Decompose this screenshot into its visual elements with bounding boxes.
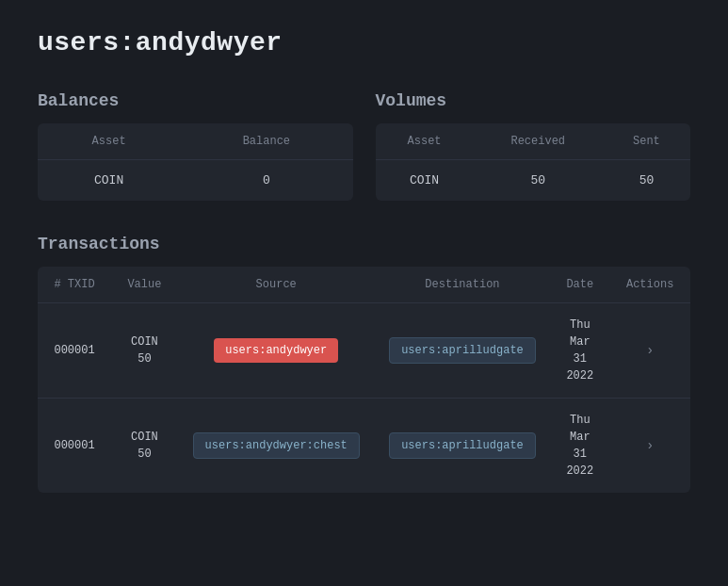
balances-section: Balances Asset Balance COIN 0 bbox=[38, 91, 353, 201]
page-title: users:andydwyer bbox=[38, 28, 690, 57]
table-row: COIN 50 50 bbox=[376, 160, 691, 202]
tx-date: ThuMar312022 bbox=[550, 399, 609, 494]
volumes-table: Asset Received Sent COIN 50 50 bbox=[376, 123, 691, 201]
tx-col-source: Source bbox=[178, 267, 375, 303]
volumes-col-asset: Asset bbox=[376, 123, 474, 160]
tx-value: COIN50 bbox=[111, 399, 178, 494]
action-chevron[interactable]: › bbox=[646, 438, 654, 453]
sections-row: Balances Asset Balance COIN 0 Volumes As… bbox=[38, 91, 690, 201]
volumes-title: Volumes bbox=[376, 91, 691, 110]
balances-col-asset: Asset bbox=[38, 123, 180, 160]
volume-asset: COIN bbox=[376, 160, 474, 202]
volumes-col-sent: Sent bbox=[603, 123, 690, 160]
destination-badge[interactable]: users:aprilludgate bbox=[389, 432, 536, 459]
tx-destination: users:aprilludgate bbox=[375, 399, 551, 494]
volumes-section: Volumes Asset Received Sent COIN 50 50 bbox=[376, 91, 691, 201]
tx-actions: › bbox=[609, 399, 690, 494]
transactions-table: # TXID Value Source Destination Date Act… bbox=[38, 267, 690, 493]
action-chevron[interactable]: › bbox=[646, 343, 654, 358]
tx-txid: 000001 bbox=[38, 399, 111, 494]
tx-actions: › bbox=[609, 303, 690, 399]
transactions-title: Transactions bbox=[38, 235, 690, 253]
table-row: 000001 COIN50 users:andydwyer users:apri… bbox=[38, 303, 690, 399]
tx-col-actions: Actions bbox=[609, 267, 690, 303]
balances-table: Asset Balance COIN 0 bbox=[38, 123, 353, 201]
table-row: COIN 0 bbox=[38, 160, 353, 202]
tx-txid: 000001 bbox=[38, 303, 111, 399]
source-badge[interactable]: users:andydwyer bbox=[214, 338, 338, 363]
balance-asset: COIN bbox=[38, 160, 180, 202]
tx-col-destination: Destination bbox=[375, 267, 551, 303]
tx-col-value: Value bbox=[111, 267, 178, 303]
tx-source: users:andydwyer:chest bbox=[178, 399, 375, 494]
source-badge[interactable]: users:andydwyer:chest bbox=[193, 432, 360, 459]
tx-col-date: Date bbox=[550, 267, 609, 303]
balance-value: 0 bbox=[180, 160, 352, 202]
tx-date: ThuMar312022 bbox=[550, 303, 609, 399]
tx-col-txid: # TXID bbox=[38, 267, 111, 303]
volume-sent: 50 bbox=[603, 160, 690, 202]
transactions-section: Transactions # TXID Value Source Destina… bbox=[38, 235, 690, 493]
balances-col-balance: Balance bbox=[180, 123, 352, 160]
destination-badge[interactable]: users:aprilludgate bbox=[389, 337, 536, 364]
tx-destination: users:aprilludgate bbox=[375, 303, 551, 399]
balances-title: Balances bbox=[38, 91, 353, 110]
tx-source: users:andydwyer bbox=[178, 303, 375, 399]
volume-received: 50 bbox=[474, 160, 603, 202]
tx-value: COIN50 bbox=[111, 303, 178, 399]
volumes-col-received: Received bbox=[474, 123, 603, 160]
table-row: 000001 COIN50 users:andydwyer:chest user… bbox=[38, 399, 690, 494]
